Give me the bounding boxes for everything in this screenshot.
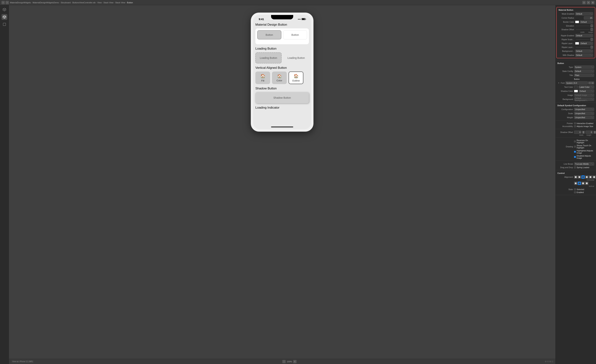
ripple-layer1-swatch[interactable] [575, 42, 579, 45]
align-left-btn[interactable]: ⬜ [574, 175, 577, 179]
scale-select[interactable]: Unspecified ⌃⌄ [574, 112, 594, 115]
material-button-1[interactable]: Button [257, 30, 281, 39]
weight-row: Weight Unspecified ⌃⌄ [556, 116, 596, 119]
shadow-offset-stepper[interactable]: ⌃⌄ [590, 28, 593, 31]
configuration-select[interactable]: Unspecified ⌃⌄ [574, 108, 594, 111]
shadow-color-row: Shadow Color Default ⌃⌄ [556, 89, 596, 93]
align-v-bottom-btn[interactable]: ⬜ [581, 182, 585, 185]
shadow-offset-section: Shadow Offset ▲▼ ▲▼ Width Height [556, 129, 596, 138]
font-style-btn2[interactable]: ⊞ [591, 81, 594, 84]
ripple-layer1-select[interactable]: Default ⌃⌄ [580, 42, 593, 45]
shadow-height-stepper[interactable]: ▲▼ [594, 131, 596, 133]
pointer-checkbox[interactable] [574, 123, 576, 124]
reverses-on-highlight-checkbox[interactable] [574, 140, 576, 142]
weight-select[interactable]: Unspecified ⌃⌄ [574, 116, 594, 119]
font-select[interactable]: System 15.0 [565, 81, 588, 85]
text-color-swatch[interactable] [574, 86, 578, 88]
grid-icon[interactable]: ⊞ [591, 1, 595, 4]
type-select[interactable]: System ⌃⌄ [574, 66, 594, 69]
shadow-color-select[interactable]: Default ⌃⌄ [579, 89, 594, 93]
background-select[interactable]: Default ⌃⌄ [575, 49, 593, 53]
section-loading-indicator-title: Loading Indicator [255, 106, 309, 109]
ripple-layer2-stepper[interactable]: ⌃⌄ [590, 46, 593, 49]
title-value: Plain [575, 74, 579, 76]
warning-icon[interactable]: ⚠ [582, 1, 586, 4]
breadcrumb-item-button[interactable]: Button [127, 1, 133, 4]
canvas-area[interactable]: 9:41 ●●● Material Design Button [9, 5, 555, 364]
enabled-checkbox[interactable] [574, 191, 576, 193]
section-material-design-button-title: Material Design Button [255, 23, 309, 27]
border-color-swatch[interactable] [575, 21, 579, 23]
font-style-btn1[interactable]: T [588, 81, 591, 84]
background-btn-select[interactable]: Default Background I... ⌃⌄ [574, 98, 594, 101]
ripple-scale-stepper[interactable]: ⌃⌄ [590, 38, 593, 41]
zoom-out-button[interactable]: - [282, 360, 286, 363]
nav-back-button[interactable]: ‹ [1, 1, 5, 4]
selected-checkbox[interactable] [574, 189, 576, 190]
bottom-bar-right: ⊞ ⊟ ⊠ ⊡ [545, 360, 553, 363]
zoom-level: 100% [287, 361, 292, 363]
text-color-select[interactable]: Label Color ⌃⌄ [579, 85, 594, 89]
align-fill-btn[interactable]: ⬛ [581, 175, 585, 179]
shadow-button[interactable]: Shadow Button [255, 92, 309, 103]
breadcrumb-item-stackview2[interactable]: Stack View [115, 1, 125, 4]
ripple-layer2-label: Ripple Layer... [559, 46, 575, 48]
image-select[interactable]: Default Image ⌃⌄ [574, 94, 594, 97]
vertical-btn-color[interactable]: 🏠 Color [272, 72, 287, 84]
sidebar-icon-cube1[interactable] [1, 7, 7, 13]
vertical-btn-outline-label: Outline [292, 79, 300, 82]
vertical-btn-fill[interactable]: 🏠 Fill [255, 72, 270, 84]
sidebar-icon-square[interactable] [1, 21, 7, 27]
border-color-select[interactable]: Default ⌃⌄ [580, 20, 593, 24]
right-panel: Material Button Mask Enabled Default ⌃⌄ … [555, 5, 596, 364]
control-section: Control Alignment ⬜ ⬜ ⬛ ⬜ ⬜ ⬜ Horizontal [556, 170, 596, 195]
shadow-height-input[interactable] [586, 131, 593, 134]
nav-forward-button[interactable]: › [6, 1, 9, 4]
scale-row: Scale Unspecified ⌃⌄ [556, 111, 596, 116]
shows-touch-checkbox[interactable] [574, 146, 576, 147]
text-color-row: Text Color Label Color ⌃⌄ [556, 85, 596, 89]
corner-radius-input[interactable] [584, 16, 593, 20]
align-trailing-btn[interactable]: ⬜ [593, 175, 596, 179]
settings-icon[interactable]: ≡ [587, 1, 590, 4]
align-v-center-btn[interactable]: ⬛ [578, 182, 581, 185]
breadcrumb-item-xib[interactable]: ButtonsViewController.xib [72, 1, 95, 4]
vertical-btn-outline[interactable]: 🏠 Outline [289, 72, 303, 84]
material-button-2[interactable]: Button [283, 30, 307, 39]
title-select[interactable]: Plain ⌃⌄ [574, 73, 594, 77]
type-row: Type System ⌃⌄ [556, 65, 596, 69]
line-break-label: Line Break [558, 163, 574, 165]
line-break-select[interactable]: Truncate Middle ⌃⌄ [574, 162, 594, 166]
bottom-bar: View as: iPhone 11 (⌘R) - 100% + ⊞ ⊟ ⊠ ⊡ [9, 359, 555, 364]
align-v-top-btn[interactable]: ⬜ [574, 182, 577, 185]
elevation-stepper[interactable]: ⌃⌄ [590, 24, 593, 27]
plus-icon[interactable]: + [558, 82, 560, 84]
mask-enabled-select[interactable]: Default ⌃⌄ [575, 12, 593, 15]
shadow-width-stepper[interactable]: ▲▼ [582, 131, 585, 133]
breadcrumb-item-view[interactable]: View [97, 1, 102, 4]
breadcrumb-item-2[interactable]: MaterialDesignWidgetsDemo [33, 1, 59, 4]
highlighted-adjusts-checkbox[interactable]: ✓ [574, 151, 576, 153]
state-config-select[interactable]: Default ⌃⌄ [574, 70, 594, 73]
with-shadow-select[interactable]: Default ⌃⌄ [575, 53, 593, 57]
loading-button-1[interactable]: Loading Button [255, 52, 282, 63]
breadcrumb-item-1[interactable]: MaterialDesignWidgets [10, 1, 31, 4]
align-right-btn[interactable]: ⬜ [585, 175, 589, 179]
shadow-color-swatch[interactable] [574, 90, 578, 92]
with-shadow-row: With Shadow Default ⌃⌄ [557, 53, 595, 57]
fill-house-icon: 🏠 [260, 74, 265, 79]
zoom-in-button[interactable]: + [293, 360, 297, 363]
align-center-btn[interactable]: ⬜ [578, 175, 581, 179]
sidebar-icon-cube2[interactable] [1, 14, 7, 20]
shadow-width-input[interactable] [574, 131, 581, 134]
breadcrumb-item-stackview1[interactable]: Stack View [104, 1, 113, 4]
accessibility-checkbox[interactable] [574, 125, 576, 127]
align-leading-btn[interactable]: ⬜ [589, 175, 592, 179]
align-v-fill-btn[interactable]: ⬜ [585, 182, 589, 185]
loading-button-2[interactable]: Loading Button [283, 52, 309, 63]
nav-buttons: ‹ › [1, 1, 9, 4]
disabled-adjusts-checkbox[interactable]: ✓ [574, 156, 576, 158]
spring-loaded-checkbox[interactable] [574, 167, 576, 168]
ripple-enabled-select[interactable]: Default ⌃⌄ [575, 34, 593, 37]
breadcrumb-item-storyboard[interactable]: Storyboard [61, 1, 71, 4]
